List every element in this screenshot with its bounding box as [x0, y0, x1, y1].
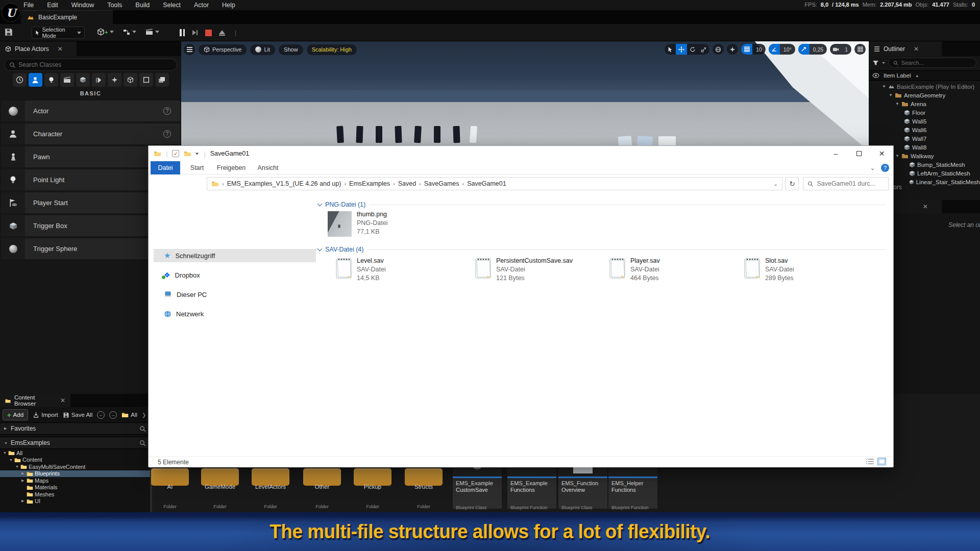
outliner-search[interactable] [888, 58, 976, 68]
tab-place-actors[interactable]: Place Actors ✕ [0, 41, 77, 56]
category-all-classes-icon[interactable] [155, 73, 169, 87]
outliner-row-mesh[interactable]: Wall6 [869, 126, 980, 134]
folder-label[interactable]: GameMode [195, 484, 244, 490]
pause-button[interactable] [180, 29, 185, 36]
help-icon[interactable]: ? [163, 130, 171, 138]
cb-tree-easymultisave[interactable]: ▼ EasyMultiSaveContent [0, 463, 150, 470]
ribbon-tab-datei[interactable]: Datei [151, 161, 180, 174]
cb-tree-maps[interactable]: ▶ Maps [0, 477, 150, 484]
breadcrumb[interactable]: › EMS_Examples_V1.5_(UE 4.26 and up) › E… [207, 177, 782, 190]
stop-button[interactable] [205, 30, 212, 36]
cb-tree-ui[interactable]: ▶ UI [0, 498, 150, 505]
category-panel-icon[interactable] [139, 73, 153, 87]
frame-skip-button[interactable] [192, 30, 198, 36]
import-button[interactable]: Import [33, 412, 58, 418]
ribbon-expand-icon[interactable]: ⌄ [870, 161, 875, 174]
file-item-player-sav[interactable]: Player.sav SAV-Datei 464 Bytes [630, 257, 660, 283]
camera-speed-button[interactable] [830, 44, 841, 55]
crumb-saved[interactable]: Saved [398, 180, 416, 187]
category-media-icon[interactable] [92, 73, 106, 87]
refresh-button[interactable]: ↻ [786, 177, 799, 190]
playback-options-icon[interactable]: ⋮ [232, 29, 239, 37]
outliner-row-mesh[interactable]: Wall7 [869, 134, 980, 143]
search-icon[interactable] [139, 425, 146, 432]
category-geometry-icon[interactable] [124, 73, 137, 87]
category-recent-icon[interactable] [13, 73, 27, 87]
select-tool-button[interactable] [665, 44, 676, 55]
close-icon[interactable]: ✕ [60, 397, 65, 404]
selection-mode-dropdown[interactable]: Selection Mode [32, 27, 85, 39]
nav-netzwerk[interactable]: Netzwerk [154, 307, 316, 320]
forward-button[interactable]: → [109, 411, 117, 419]
perspective-dropdown[interactable]: Perspective [199, 44, 247, 55]
sav-file-icon[interactable] [473, 256, 493, 280]
qat-new-folder-icon[interactable] [184, 151, 191, 157]
explorer-titlebar[interactable]: | ✓ | SaveGame01 – ✕ [149, 146, 893, 161]
folder-label[interactable]: Structs [399, 484, 448, 490]
asset-folder-structs[interactable] [405, 468, 443, 486]
asset-ems-helper-functions[interactable]: EMS_Helper Functions Blueprint Function [608, 463, 657, 509]
rotation-snap-toggle[interactable] [769, 44, 780, 55]
cb-tree-meshes[interactable]: Meshes [0, 491, 150, 498]
viewport-menu-icon[interactable] [184, 44, 195, 55]
nav-schnellzugriff[interactable]: ★ Schnellzugriff [154, 249, 316, 262]
item-label-header[interactable]: Item Label [884, 72, 911, 79]
scale-snap-toggle[interactable] [798, 44, 810, 55]
current-path[interactable]: All [121, 412, 137, 418]
blueprints-button[interactable] [123, 29, 136, 36]
cb-tree-all[interactable]: ▼ All [0, 449, 150, 457]
tab-outliner[interactable]: Outliner ✕ [869, 41, 942, 56]
group-header-png[interactable]: PNG-Datei (1) [318, 201, 886, 208]
menu-window[interactable]: Window [71, 2, 94, 9]
grid-snap-toggle[interactable] [741, 44, 752, 55]
scale-snap-value[interactable]: 0,25 [810, 46, 827, 53]
save-all-button[interactable]: Save All [63, 412, 93, 418]
nav-dropbox[interactable]: ❖ Dropbox [154, 268, 316, 282]
scalability-badge[interactable]: Scalability: High [307, 44, 357, 55]
tab-basicexample[interactable]: BasicExample [21, 10, 113, 24]
search-icon[interactable] [139, 440, 146, 446]
rotation-snap-value[interactable]: 10° [780, 46, 795, 53]
asset-ems-example-customsave[interactable]: EMS_Example CustomSave Blueprint Class [453, 463, 502, 509]
grid-snap-value[interactable]: 10 [752, 46, 766, 53]
address-dropdown-icon[interactable]: ⌄ [774, 181, 778, 187]
scale-tool-button[interactable] [698, 44, 709, 55]
nav-dieser-pc[interactable]: Dieser PC [154, 288, 316, 301]
outliner-row-folder[interactable]: ▼ Arena [869, 99, 980, 108]
outliner-row-world[interactable]: ▼ BasicExample (Play In Editor) [869, 82, 980, 91]
help-icon[interactable]: ? [163, 107, 171, 115]
asset-ems-example-functions[interactable]: EMS_Example Functions Blueprint Function [507, 463, 556, 509]
outliner-search-input[interactable] [901, 60, 971, 66]
asset-folder-other[interactable] [303, 468, 341, 486]
file-item-thumb-png[interactable]: thumb.png PNG-Datei 77,1 KB [357, 210, 387, 236]
search-classes-input[interactable] [18, 61, 172, 68]
asset-folder-ai[interactable] [151, 468, 189, 486]
qat-properties-icon[interactable]: ✓ [172, 150, 179, 157]
crumb-savegame01[interactable]: SaveGame01 [467, 180, 506, 187]
cb-tree-materials[interactable]: Materials [0, 484, 150, 491]
place-actor-item-character[interactable]: Character ? [1, 123, 180, 144]
menu-edit[interactable]: Edit [47, 2, 58, 9]
maximize-viewport-button[interactable] [854, 44, 866, 55]
tab-content-browser[interactable]: Content Browser ✕ [0, 394, 70, 407]
menu-file[interactable]: File [23, 2, 34, 9]
category-cinematic-icon[interactable] [60, 73, 74, 87]
outliner-row-mesh[interactable]: Floor [869, 108, 980, 117]
asset-folder-levelactors[interactable] [252, 468, 289, 486]
menu-help[interactable]: Help [222, 2, 235, 9]
back-button[interactable]: ← [97, 411, 105, 419]
eject-button[interactable] [219, 30, 225, 36]
sav-file-icon[interactable] [742, 256, 762, 280]
collection-section[interactable]: ▼ EmsExamples [0, 437, 150, 449]
sav-file-icon[interactable] [607, 256, 627, 280]
folder-label[interactable]: Other [298, 484, 347, 490]
close-icon[interactable]: ✕ [914, 45, 919, 53]
camera-speed-value[interactable]: 1 [841, 46, 851, 53]
folder-label[interactable]: LevelActors [246, 484, 295, 490]
show-dropdown[interactable]: Show [279, 44, 303, 55]
asset-folder-gamemode[interactable] [201, 468, 239, 486]
help-button[interactable]: ? [881, 161, 889, 174]
filter-icon[interactable] [872, 60, 879, 66]
category-lights-icon[interactable] [44, 73, 58, 87]
close-icon[interactable]: ✕ [58, 45, 63, 53]
